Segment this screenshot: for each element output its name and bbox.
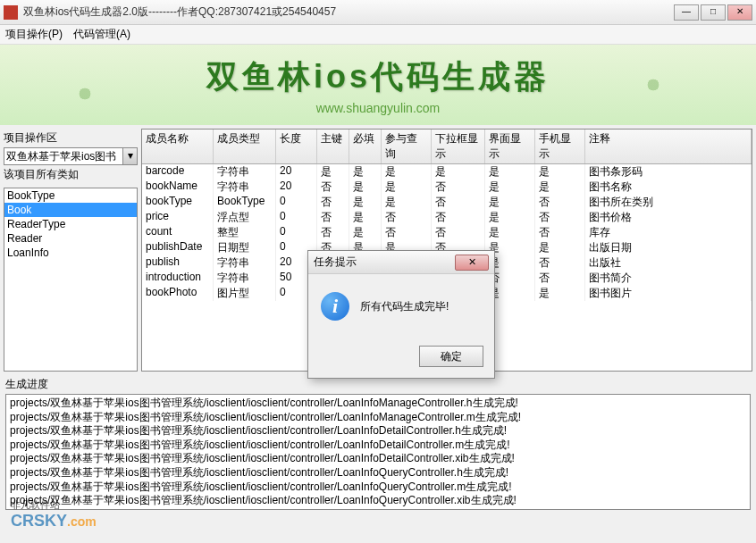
table-cell: 是 bbox=[349, 225, 382, 240]
table-cell: BookType bbox=[214, 195, 276, 210]
table-cell: 20 bbox=[276, 180, 317, 195]
class-listbox[interactable]: BookTypeBookReaderTypeReaderLoanInfo bbox=[4, 188, 138, 372]
table-cell: 图片型 bbox=[214, 286, 276, 301]
table-cell: 是 bbox=[349, 195, 382, 210]
column-header[interactable]: 手机显示 bbox=[535, 129, 585, 163]
table-cell: 是 bbox=[535, 180, 585, 195]
table-cell: 是 bbox=[485, 210, 535, 225]
project-combo-value: 双鱼林基于苹果ios图书 bbox=[6, 149, 116, 164]
close-button[interactable]: ✕ bbox=[727, 4, 752, 21]
column-header[interactable]: 参与查询 bbox=[382, 129, 432, 163]
table-cell: 0 bbox=[276, 225, 317, 240]
column-header[interactable]: 成员类型 bbox=[214, 129, 276, 163]
table-cell: 否 bbox=[317, 210, 349, 225]
column-header[interactable]: 成员名称 bbox=[142, 129, 214, 163]
menubar: 项目操作(P) 代码管理(A) bbox=[0, 25, 756, 45]
table-cell: 否 bbox=[535, 210, 585, 225]
watermark-text: 非凡软件站 bbox=[11, 498, 97, 512]
table-cell: 字符串 bbox=[214, 180, 276, 195]
column-header[interactable]: 注释 bbox=[585, 129, 752, 163]
log-line: projects/双鱼林基于苹果ios图书管理系统/iosclient/iosc… bbox=[10, 494, 746, 508]
watermark-domain: .com bbox=[67, 514, 97, 529]
table-cell: 整型 bbox=[214, 225, 276, 240]
table-cell: barcode bbox=[142, 164, 214, 180]
table-cell: 浮点型 bbox=[214, 210, 276, 225]
table-cell: 否 bbox=[432, 180, 485, 195]
table-row[interactable]: bookName字符串20否是是否是是图书名称 bbox=[142, 180, 752, 195]
table-cell: count bbox=[142, 225, 214, 240]
table-cell: 否 bbox=[317, 225, 349, 240]
table-cell: introduction bbox=[142, 271, 214, 286]
list-item[interactable]: LoanInfo bbox=[4, 246, 137, 260]
table-cell: bookPhoto bbox=[142, 286, 214, 301]
dialog-body: i 所有代码生成完毕! bbox=[308, 274, 494, 338]
project-combo[interactable]: 双鱼林基于苹果ios图书 ▾ bbox=[4, 147, 138, 165]
class-list-label: 该项目所有类如 bbox=[4, 167, 138, 182]
banner-title: 双鱼林ios代码生成器 bbox=[206, 55, 550, 99]
table-cell: 字符串 bbox=[214, 255, 276, 271]
log-line: projects/双鱼林基于苹果ios图书管理系统/iosclient/iosc… bbox=[10, 397, 746, 411]
log-line: projects/双鱼林基于苹果ios图书管理系统/iosclient/iosc… bbox=[10, 452, 746, 466]
menu-project-ops[interactable]: 项目操作(P) bbox=[5, 27, 63, 42]
column-header[interactable]: 主键 bbox=[317, 129, 349, 163]
table-cell: 是 bbox=[382, 164, 432, 180]
table-cell: 否 bbox=[382, 210, 432, 225]
list-item[interactable]: BookType bbox=[4, 188, 137, 203]
dialog-titlebar[interactable]: 任务提示 ✕ bbox=[308, 251, 494, 274]
log-line: projects/双鱼林基于苹果ios图书管理系统/iosclient/iosc… bbox=[10, 480, 746, 495]
table-cell: publish bbox=[142, 255, 214, 271]
table-cell: 是 bbox=[349, 180, 382, 195]
column-header[interactable]: 下拉框显示 bbox=[432, 129, 485, 163]
table-cell: 否 bbox=[317, 180, 349, 195]
table-cell: 否 bbox=[535, 225, 585, 240]
table-row[interactable]: bookTypeBookType0否是是否是否图书所在类别 bbox=[142, 195, 752, 210]
column-header[interactable]: 界面显示 bbox=[485, 129, 535, 163]
table-cell: 20 bbox=[276, 164, 317, 180]
table-cell: 0 bbox=[276, 210, 317, 225]
table-cell: 图书简介 bbox=[585, 271, 752, 286]
left-panel: 项目操作区 双鱼林基于苹果ios图书 ▾ 该项目所有类如 BookTypeBoo… bbox=[4, 129, 138, 372]
table-row[interactable]: price浮点型0否是否否是否图书价格 bbox=[142, 210, 752, 225]
list-item[interactable]: Book bbox=[4, 203, 137, 217]
progress-label: 生成进度 bbox=[5, 377, 751, 392]
list-item[interactable]: ReaderType bbox=[4, 217, 137, 231]
table-cell: 否 bbox=[535, 255, 585, 271]
table-cell: 是 bbox=[349, 210, 382, 225]
table-row[interactable]: barcode字符串20是是是是是是图书条形码 bbox=[142, 164, 752, 180]
chevron-down-icon[interactable]: ▾ bbox=[122, 148, 137, 164]
table-cell: 字符串 bbox=[214, 271, 276, 286]
table-cell: 否 bbox=[535, 271, 585, 286]
table-cell: 是 bbox=[382, 195, 432, 210]
table-cell: 是 bbox=[485, 180, 535, 195]
log-line: projects/双鱼林基于苹果ios图书管理系统/iosclient/iosc… bbox=[10, 439, 746, 453]
dialog-title: 任务提示 bbox=[314, 255, 455, 270]
info-icon: i bbox=[321, 292, 349, 321]
ops-area-label: 项目操作区 bbox=[4, 130, 138, 146]
table-cell: 图书价格 bbox=[585, 210, 752, 225]
table-cell: 出版社 bbox=[585, 255, 752, 271]
column-header[interactable]: 长度 bbox=[276, 129, 317, 163]
dialog-close-button[interactable]: ✕ bbox=[455, 255, 489, 271]
table-cell: 日期型 bbox=[214, 240, 276, 255]
table-cell: 库存 bbox=[585, 225, 752, 240]
table-cell: bookName bbox=[142, 180, 214, 195]
banner-url: www.shuangyulin.com bbox=[316, 101, 441, 115]
list-item[interactable]: Reader bbox=[4, 231, 137, 246]
window-title: 双鱼林ios代码生成器2.0版--------作者QQ:287307421或25… bbox=[23, 4, 672, 20]
table-cell: 否 bbox=[432, 225, 485, 240]
log-output[interactable]: projects/双鱼林基于苹果ios图书管理系统/iosclient/iosc… bbox=[5, 394, 751, 510]
table-cell: 否 bbox=[535, 195, 585, 210]
table-cell: 是 bbox=[349, 164, 382, 180]
ok-button[interactable]: 确定 bbox=[419, 346, 483, 367]
minimize-button[interactable]: — bbox=[674, 4, 699, 21]
window-titlebar: 双鱼林ios代码生成器2.0版--------作者QQ:287307421或25… bbox=[0, 0, 756, 25]
table-cell: price bbox=[142, 210, 214, 225]
table-cell: 否 bbox=[432, 210, 485, 225]
table-row[interactable]: count整型0否是否否是否库存 bbox=[142, 225, 752, 240]
table-cell: 是 bbox=[485, 195, 535, 210]
table-cell: 图书条形码 bbox=[585, 164, 752, 180]
table-cell: 0 bbox=[276, 195, 317, 210]
maximize-button[interactable]: □ bbox=[701, 4, 726, 21]
column-header[interactable]: 必填 bbox=[349, 129, 382, 163]
menu-code-manage[interactable]: 代码管理(A) bbox=[73, 27, 130, 42]
